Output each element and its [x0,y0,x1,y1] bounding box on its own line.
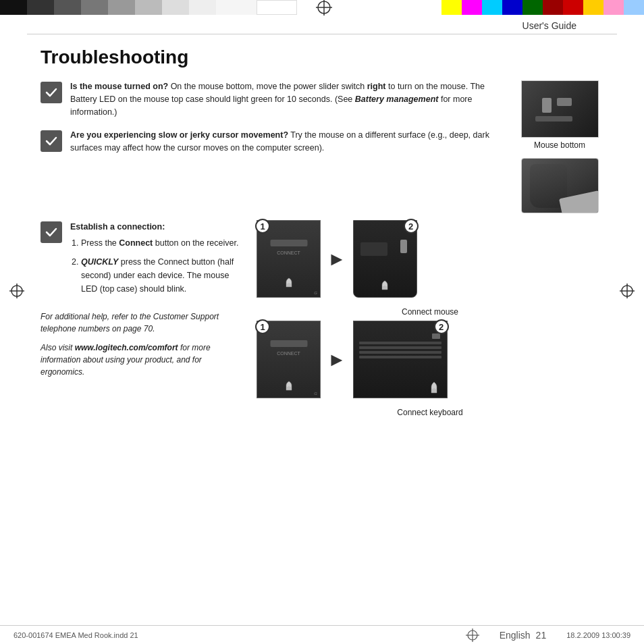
keyboard-container: 2 [353,321,448,398]
color-lightblue [624,0,644,15]
keyboard-device [353,321,448,398]
color-yellow [441,0,462,15]
kb-step-num-1: 1 [255,319,270,334]
kb-step-num-2: 2 [434,319,449,334]
color-green [522,0,543,15]
color-mid2 [108,0,135,15]
logitech-logo-kb: G [314,392,317,396]
color-blue [502,0,522,15]
connect-mouse-row: 1 CONNECT G ► [257,220,603,298]
bottom-right: 1 CONNECT G ► [243,220,603,421]
reg-mark-left [9,284,24,300]
color-white [257,0,297,15]
reg-mark-bottom [466,628,479,642]
step-2: QUICKLY press the Connect button (half s… [81,255,243,296]
color-red [563,0,583,15]
footer-file: 620-001674 EMEA Med Rook.indd 21 [14,631,138,639]
check-icon-1 [41,82,62,103]
establish-item: Establish a connection: Press the Connec… [41,220,243,301]
color-dark2 [54,0,81,15]
receiver-text: CONNECT [277,250,300,255]
page-language-section: English 21 [500,630,547,641]
header-title: User's Guide [522,20,576,31]
key-row-2 [359,346,441,349]
mouse-battery [535,116,572,122]
arrow-1: ► [327,248,346,270]
color-black [0,0,27,15]
step-num-2: 2 [404,219,419,234]
color-near-white [216,0,257,15]
item-1-question: Is the mouse turned on? [70,82,168,91]
website-prefix: Also visit [41,343,75,352]
key-row-1 [359,342,441,344]
mouse-body-detail [360,242,387,256]
kb-hand-on-receiver [283,380,295,392]
footer-date: 18.2.2009 13:00:39 [566,631,630,639]
establish-text: Establish a connection: Press the Connec… [70,220,243,301]
step-1: Press the Connect button on the receiver… [81,236,243,250]
website-text: Also visit www.logitech.com/comfort for … [41,342,243,378]
reg-mark-right [620,284,635,300]
mouse-sensor [557,98,572,106]
website-url: www.logitech.com/comfort [75,343,178,352]
kb-receiver-container: 1 CONNECT G [257,321,321,398]
kb-connect-area [432,333,440,339]
color-lighter [189,0,216,15]
connect-keyboard-caption: Connect keyboard [257,408,603,417]
connect-mouse-wrap: 1 CONNECT G ► [257,220,603,317]
mouse-container: 2 [353,220,417,298]
connect-keyboard-wrap: 1 CONNECT G ► 2 [257,321,603,417]
additional-help-text: For additional help, refer to the Custom… [41,311,243,335]
troubleshoot-item-1: Is the mouse turned on? On the mouse bot… [41,80,502,118]
establish-steps: Press the Connect button on the receiver… [70,236,243,296]
color-bar-top [0,0,644,15]
key-row-3 [359,351,441,354]
troubleshoot-items: Is the mouse turned on? On the mouse bot… [41,80,502,165]
connect-keyboard-row: 1 CONNECT G ► 2 [257,321,603,398]
step-num-1: 1 [255,219,270,234]
bottom-section: Establish a connection: Press the Connec… [41,220,603,421]
mouse-power-switch [542,98,552,113]
mouse-bottom-caption: Mouse bottom [534,140,585,150]
kb-receiver-text: CONNECT [277,351,300,356]
color-mid1 [81,0,108,15]
check-icon-2 [41,130,62,152]
check-icon-3 [41,221,62,243]
footer-page-number: 21 [536,630,547,641]
hand-on-mouse [379,279,391,292]
main-content: Troubleshooting Is the mouse turned on? … [0,34,644,428]
additional-help: For additional help, refer to the Custom… [41,312,219,333]
footer: 620-001674 EMEA Med Rook.indd 21 English… [0,625,644,644]
bottom-left: Establish a connection: Press the Connec… [41,220,243,378]
footer-language: English [500,630,531,641]
color-gap [351,0,441,15]
color-pink [603,0,624,15]
troubleshoot-item-2: Are you experiencing slow or jerky curso… [41,129,502,155]
mouse-surface-image [521,158,599,213]
kb-connect-button [270,340,307,347]
receiver-container: 1 CONNECT G [257,220,321,298]
color-darkred [543,0,563,15]
color-dark1 [27,0,54,15]
hand-on-keyboard [428,381,440,394]
item-1-text: Is the mouse turned on? On the mouse bot… [70,80,502,118]
mouse-connect-button [400,240,407,253]
color-light2 [162,0,189,15]
color-orange [583,0,603,15]
page-title: Troubleshooting [41,47,603,68]
arrow-2: ► [327,349,346,371]
mouse-bottom-image [521,80,599,138]
item-2-question: Are you experiencing slow or jerky curso… [70,130,288,140]
reg-mark-top-center [297,0,351,15]
establish-title: Establish a connection: [70,222,165,232]
connect-mouse-caption: Connect mouse [257,307,603,317]
page-header: User's Guide [27,15,617,34]
hand-on-receiver [283,277,295,289]
item-2-text: Are you experiencing slow or jerky curso… [70,129,502,155]
color-light1 [135,0,162,15]
connect-button-receiver [270,240,307,246]
color-cyan [482,0,502,15]
keyboard-keys [359,342,441,360]
color-magenta [462,0,482,15]
right-images: Mouse bottom [516,80,603,213]
